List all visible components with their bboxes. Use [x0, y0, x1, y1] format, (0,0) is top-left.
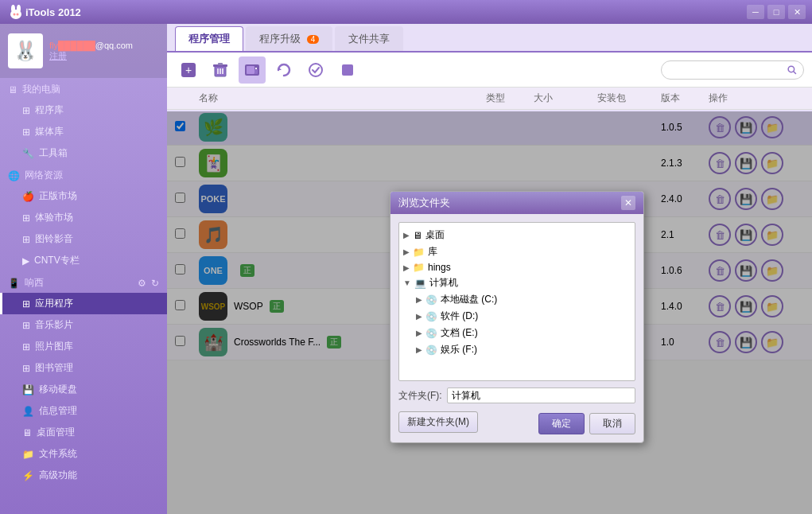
device-refresh-icon[interactable]: ↻	[151, 278, 159, 289]
sidebar-item-media-lib[interactable]: ⊞ 媒体库	[0, 121, 167, 142]
toolbar: +	[167, 53, 812, 88]
dialog-overlay: 浏览文件夹 ✕ ▶ 🖥 桌面	[167, 111, 812, 514]
sidebar-item-apps[interactable]: ⊞ 应用程序	[0, 293, 167, 314]
grid-icon: ⊞	[22, 105, 30, 116]
user-area: 🐰 fly██████@qq.com 注册	[0, 24, 167, 78]
sidebar-item-book-mgr[interactable]: ⊞ 图书管理	[0, 357, 167, 379]
path-input[interactable]	[447, 387, 635, 403]
grid-icon: ⊞	[22, 320, 30, 331]
new-folder-button[interactable]: 新建文件夹(M)	[398, 411, 478, 433]
search-box	[661, 60, 804, 80]
expand-arrow: ▶	[403, 231, 410, 239]
expand-arrow: ▶	[416, 329, 422, 337]
sidebar-item-cntv[interactable]: ▶ CNTV专栏	[0, 250, 167, 271]
tree-item-doc-e[interactable]: ▶ 💿 文档 (E:)	[403, 325, 631, 341]
tree-item-hings[interactable]: ▶ 📁 hings	[403, 260, 631, 275]
sidebar-item-mobile-disk[interactable]: 💾 移动硬盘	[0, 379, 167, 400]
sidebar-item-info-mgr[interactable]: 👤 信息管理	[0, 400, 167, 422]
col-name: 名称	[199, 92, 486, 105]
tab-app-upgrade[interactable]: 程序升级 4	[246, 26, 332, 51]
cancel-button[interactable]: 取消	[589, 413, 635, 434]
computer-icon: 🖥	[8, 84, 17, 95]
section-my-computer: 🖥 我的电脑	[0, 78, 167, 99]
close-button[interactable]: ✕	[788, 5, 806, 19]
refresh-button[interactable]	[270, 56, 297, 84]
expand-arrow: ▶	[416, 312, 422, 321]
sidebar-item-experience-market[interactable]: ⊞ 体验市场	[0, 207, 167, 228]
grid-icon: ⊞	[22, 212, 30, 224]
app-logo	[6, 2, 25, 21]
svg-point-2	[17, 5, 21, 13]
maximize-button[interactable]: □	[767, 5, 785, 19]
search-icon[interactable]	[787, 64, 797, 76]
tree-item-library[interactable]: ▶ 📁 库	[403, 243, 631, 260]
phone-icon: 📱	[8, 278, 20, 289]
col-install-size: 安装包	[597, 92, 661, 105]
sidebar-item-desktop-mgr[interactable]: 🖥 桌面管理	[0, 422, 167, 443]
svg-point-4	[17, 14, 19, 16]
confirm-button[interactable]: 确定	[538, 413, 585, 434]
content-area: 程序管理 程序升级 4 文件共享 +	[167, 24, 812, 514]
dialog-footer: 新建文件夹(M) 确定 取消	[398, 410, 635, 434]
sidebar-item-photos[interactable]: ⊞ 照片图库	[0, 336, 167, 357]
col-version: 版本	[661, 92, 709, 105]
sidebar-item-toolbox[interactable]: 🔧 工具箱	[0, 142, 167, 164]
monitor-icon: 🖥	[22, 427, 32, 438]
folder-tree[interactable]: ▶ 🖥 桌面 ▶ 📁 库	[398, 222, 635, 381]
svg-rect-19	[342, 64, 353, 76]
drive-icon: 💿	[425, 328, 437, 339]
tree-item-desktop[interactable]: ▶ 🖥 桌面	[403, 227, 631, 243]
sidebar-item-filesystem[interactable]: 📁 文件系统	[0, 443, 167, 465]
app-title: iTools 2012	[25, 6, 747, 18]
tab-app-mgmt[interactable]: 程序管理	[175, 26, 243, 51]
minimize-button[interactable]: ─	[747, 5, 764, 19]
disk-icon: 💾	[22, 384, 34, 395]
sidebar-item-advanced[interactable]: ⚡ 高级功能	[0, 465, 167, 486]
check-button[interactable]	[302, 56, 329, 84]
search-input[interactable]	[668, 64, 787, 76]
expand-arrow: ▶	[403, 263, 410, 272]
install-button[interactable]: +	[175, 56, 202, 84]
tree-item-soft-d[interactable]: ▶ 💿 软件 (D:)	[403, 308, 631, 325]
svg-point-1	[11, 5, 15, 13]
col-type: 类型	[486, 92, 534, 105]
drive-icon: 💿	[425, 345, 437, 356]
delete-button[interactable]	[207, 56, 234, 84]
confirm-cancel-buttons: 确定 取消	[538, 413, 635, 434]
sidebar-item-ringtone[interactable]: ⊞ 图铃影音	[0, 228, 167, 250]
computer-icon: 💻	[414, 278, 426, 289]
dialog-close-button[interactable]: ✕	[621, 196, 635, 210]
sidebar-item-official-market[interactable]: 🍎 正版市场	[0, 185, 167, 207]
drive-icon: 💿	[425, 294, 437, 306]
title-bar: iTools 2012 ─ □ ✕	[0, 0, 812, 24]
stop-button[interactable]	[334, 56, 361, 84]
avatar: 🐰	[8, 33, 43, 68]
tab-bar: 程序管理 程序升级 4 文件共享	[167, 24, 812, 53]
wrench-icon: 🔧	[22, 148, 34, 159]
folder-icon: 📁	[413, 247, 425, 258]
backup-button[interactable]	[239, 56, 266, 84]
tab-file-share[interactable]: 文件共享	[335, 26, 403, 51]
tree-item-ent-f[interactable]: ▶ 💿 娱乐 (F:)	[403, 341, 631, 358]
sidebar-item-music-video[interactable]: ⊞ 音乐影片	[0, 314, 167, 336]
sidebar-item-app-lib[interactable]: ⊞ 程序库	[0, 99, 167, 121]
svg-text:+: +	[185, 64, 192, 76]
stop-icon	[339, 61, 356, 79]
folder-icon: 📁	[413, 262, 425, 273]
register-link[interactable]: 注册	[49, 50, 133, 62]
tree-item-computer[interactable]: ▼ 💻 计算机	[403, 275, 631, 291]
expand-arrow: ▼	[403, 278, 411, 287]
grid-icon: ⊞	[22, 341, 30, 352]
path-row: 文件夹(F):	[398, 387, 635, 403]
desktop-icon: 🖥	[413, 230, 422, 241]
device-settings-icon[interactable]: ⚙	[138, 278, 146, 289]
backup-icon	[243, 61, 261, 79]
expand-arrow: ▶	[416, 295, 422, 304]
col-size: 大小	[534, 92, 597, 105]
svg-line-21	[794, 71, 796, 73]
tree-item-local-c[interactable]: ▶ 💿 本地磁盘 (C:)	[403, 291, 631, 308]
svg-rect-14	[247, 66, 254, 74]
grid-icon: ⊞	[22, 127, 30, 138]
folder-icon: 📁	[22, 449, 34, 460]
delete-icon	[212, 61, 229, 79]
